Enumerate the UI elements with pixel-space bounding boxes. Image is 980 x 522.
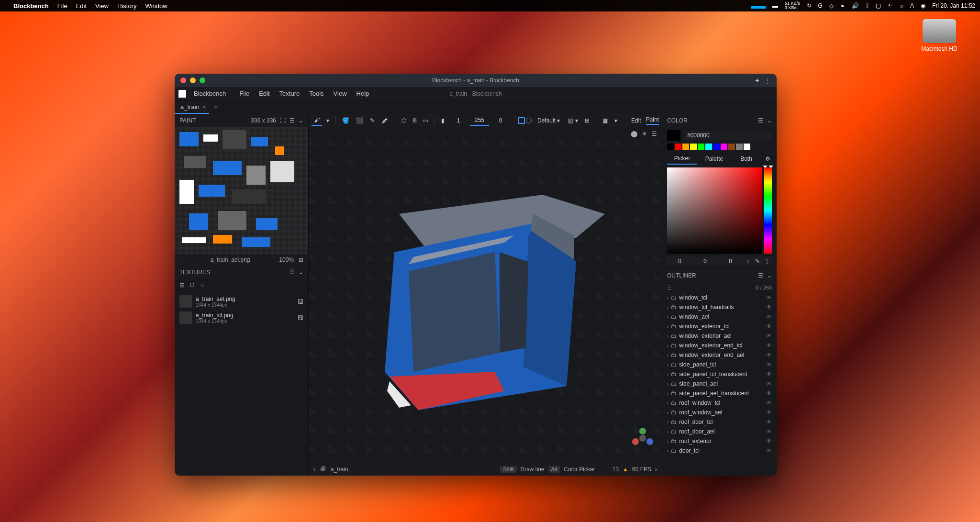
- visibility-icon[interactable]: 👁: [766, 371, 772, 378]
- tab-both[interactable]: Both: [731, 154, 761, 164]
- brush-opacity-input[interactable]: 255: [470, 115, 489, 126]
- eyedropper-icon[interactable]: ✎: [753, 256, 762, 266]
- save-icon[interactable]: 🖫: [297, 314, 303, 322]
- menubar-user-icon[interactable]: ◉: [921, 2, 925, 9]
- save-icon[interactable]: 🖫: [297, 298, 303, 305]
- visibility-icon[interactable]: 👁: [766, 390, 772, 397]
- menubar-diamond-icon[interactable]: ◇: [829, 2, 834, 9]
- visibility-icon[interactable]: 👁: [766, 352, 772, 358]
- chevron-down-icon[interactable]: ⌄: [299, 269, 303, 276]
- transform-tool-icon[interactable]: ▭: [421, 116, 431, 125]
- chevron-right-icon[interactable]: ›: [667, 439, 668, 444]
- menubar-g-icon[interactable]: G: [818, 2, 823, 9]
- menu-edit[interactable]: Edit: [76, 2, 87, 10]
- palette-swatch[interactable]: [744, 144, 750, 150]
- outliner-item[interactable]: ›🗀window_tcl_handrails👁: [664, 302, 775, 312]
- view-grid-icon[interactable]: ▦: [600, 116, 610, 125]
- current-color-swatch[interactable]: [667, 130, 680, 141]
- nav-back-icon[interactable]: ‹: [313, 466, 315, 473]
- eraser-tool-icon[interactable]: ⬛: [354, 116, 366, 125]
- viewport-menu-icon[interactable]: ☰: [651, 130, 657, 137]
- add-color-icon[interactable]: +: [743, 256, 753, 266]
- chevron-down-icon[interactable]: ⌄: [299, 117, 303, 124]
- app-menu-help[interactable]: Help: [353, 89, 373, 99]
- saturation-value-field[interactable]: [667, 167, 762, 254]
- tab-picker[interactable]: Picker: [667, 153, 697, 165]
- chevron-right-icon[interactable]: ›: [667, 362, 668, 367]
- chevron-right-icon[interactable]: ›: [667, 391, 668, 396]
- layout-icon[interactable]: ▥ ▾: [566, 116, 580, 125]
- app-menu-file[interactable]: File: [235, 89, 253, 99]
- menu-window[interactable]: Window: [145, 2, 167, 10]
- chevron-right-icon[interactable]: ›: [667, 314, 668, 320]
- menubar-bluetooth-icon[interactable]: ᛒ: [866, 2, 869, 9]
- menubar-square-icon[interactable]: ▢: [876, 2, 881, 9]
- chevron-right-icon[interactable]: ›: [667, 324, 668, 329]
- menubar-volume-icon[interactable]: 🔊: [852, 2, 859, 9]
- texture-settings-icon[interactable]: ≡: [200, 281, 204, 289]
- brush-menu-icon[interactable]: ▾: [324, 116, 332, 125]
- orientation-gizmo[interactable]: [632, 428, 653, 449]
- outliner-item[interactable]: ›🗀window_exterior_ael👁: [664, 331, 775, 341]
- chevron-right-icon[interactable]: ›: [667, 400, 668, 406]
- tab-palette[interactable]: Palette: [699, 154, 729, 164]
- menubar-graph-icon[interactable]: [751, 3, 766, 9]
- chevron-right-icon[interactable]: ›: [667, 410, 668, 415]
- brush-softness-input[interactable]: 0: [491, 116, 510, 125]
- b-input[interactable]: 0: [718, 256, 743, 266]
- chevron-right-icon[interactable]: ›: [667, 353, 668, 358]
- outliner-filter-icon[interactable]: ☲: [667, 285, 672, 291]
- palette-swatch[interactable]: [675, 144, 681, 150]
- app-menu-edit[interactable]: Edit: [255, 89, 273, 99]
- texture-item[interactable]: a_train_tcl.png 1344 x 1344px 🖫: [175, 310, 308, 326]
- tab-a-train[interactable]: a_train ×: [175, 100, 209, 114]
- palette-swatch[interactable]: [728, 144, 735, 150]
- visibility-icon[interactable]: 👁: [766, 361, 772, 368]
- visibility-icon[interactable]: 👁: [766, 400, 772, 406]
- outliner-item[interactable]: ›🗀side_panel_tcl👁: [664, 360, 775, 369]
- visibility-icon[interactable]: 👁: [766, 428, 772, 435]
- palette-swatch[interactable]: [690, 144, 697, 150]
- new-texture-icon[interactable]: 🗋: [189, 281, 196, 289]
- eyedropper-icon[interactable]: 💉: [379, 116, 391, 125]
- app-menu-texture[interactable]: Texture: [276, 89, 304, 99]
- more-icon[interactable]: ⋮: [765, 77, 771, 84]
- grid-icon[interactable]: ⊞: [582, 116, 592, 125]
- mirror-shape-toggle[interactable]: [526, 118, 532, 123]
- add-texture-icon[interactable]: ⊞: [179, 281, 185, 289]
- visibility-icon[interactable]: 👁: [766, 438, 772, 444]
- brush-mode-dropdown[interactable]: Default ▾: [534, 116, 564, 125]
- chevron-right-icon[interactable]: ›: [667, 372, 668, 377]
- visibility-icon[interactable]: 👁: [766, 313, 772, 320]
- menubar-search-icon[interactable]: ⌕: [900, 2, 903, 9]
- panel-menu-icon[interactable]: ☰: [758, 117, 763, 124]
- new-tab-button[interactable]: +: [209, 103, 223, 111]
- mode-paint-button[interactable]: Paint: [646, 116, 659, 125]
- chevron-right-icon[interactable]: ›: [667, 343, 668, 348]
- outliner-item[interactable]: ›🗀side_panel_ael_translucent👁: [664, 389, 775, 398]
- chevron-down-icon[interactable]: ⌄: [767, 272, 772, 279]
- menu-history[interactable]: History: [117, 2, 136, 10]
- menubar-link-icon[interactable]: ⚭: [840, 2, 845, 9]
- chevron-right-icon[interactable]: ›: [667, 305, 668, 310]
- outliner-item[interactable]: ›🗀roof_window_tcl👁: [664, 398, 775, 408]
- chevron-right-icon[interactable]: ›: [667, 381, 668, 387]
- outliner-item[interactable]: ›🗀roof_door_ael👁: [664, 427, 775, 436]
- menubar-sync-icon[interactable]: ↻: [807, 2, 812, 9]
- color-settings-icon[interactable]: ⚙: [763, 154, 772, 164]
- outliner-item[interactable]: ›🗀window_exterior_tcl👁: [664, 322, 775, 331]
- menu-view[interactable]: View: [95, 2, 109, 10]
- outliner-item[interactable]: ›🗀roof_window_ael👁: [664, 408, 775, 417]
- outliner-item[interactable]: ›🗀door_tcl👁: [664, 446, 775, 455]
- sun-icon[interactable]: ☀: [642, 130, 647, 137]
- panel-menu-icon[interactable]: ☰: [290, 117, 295, 124]
- copy-tool-icon[interactable]: ⎘: [411, 116, 419, 125]
- texture-item[interactable]: a_train_ael.png 1344 x 1344px 🖫: [175, 293, 308, 310]
- warning-icon[interactable]: ▲: [623, 466, 628, 473]
- visibility-icon[interactable]: 👁: [766, 323, 772, 330]
- mode-edit-button[interactable]: Edit: [631, 117, 641, 124]
- outliner-item[interactable]: ›🗀window_exterior_end_ael👁: [664, 350, 775, 360]
- uv-center-icon[interactable]: ⊞: [299, 256, 303, 263]
- picker-tool-icon[interactable]: ✎: [368, 116, 377, 125]
- visibility-icon[interactable]: 👁: [766, 294, 772, 301]
